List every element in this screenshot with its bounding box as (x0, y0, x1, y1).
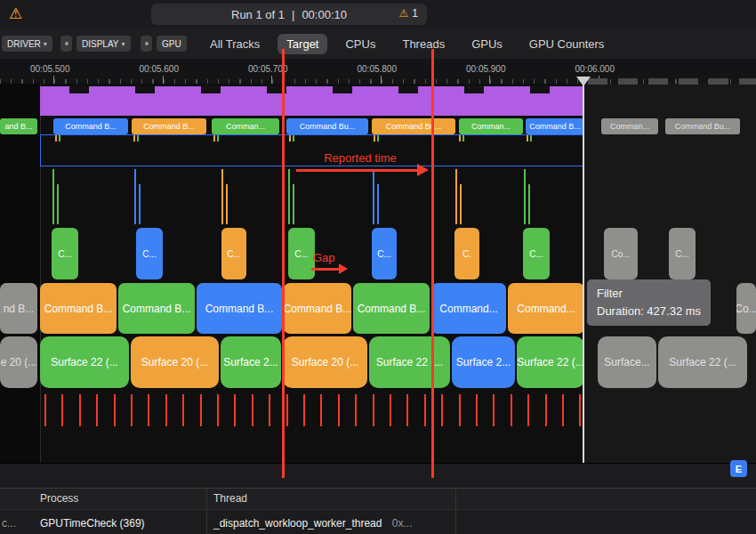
tab-cpus[interactable]: CPUs (336, 34, 384, 54)
surface-block[interactable]: Surface 2... (221, 336, 281, 388)
playhead-handle[interactable] (576, 77, 591, 86)
command-buffer-segment[interactable]: Comman... (212, 118, 279, 134)
run-status-pill[interactable]: Run 1 of 1 | 00:00:10 ⚠ 1 (151, 4, 427, 25)
vsync-tick (44, 394, 46, 426)
tab-threads[interactable]: Threads (393, 34, 454, 54)
encoder-block[interactable]: C... (221, 228, 246, 279)
dot-icon (65, 42, 68, 45)
surface-block[interactable]: e 20 (... (0, 336, 37, 388)
driver-dropdown[interactable]: DRIVER ▾ (2, 36, 52, 52)
surface-block[interactable]: Surface 22 (... (517, 336, 584, 388)
reported-time-label: Reported time (294, 151, 427, 165)
encoder-tick (373, 169, 374, 224)
ruler-major-tick (489, 76, 490, 84)
reported-time-arrowhead-icon (417, 164, 429, 176)
command-buffer-segment[interactable]: Comman... (601, 118, 658, 134)
playhead-line (583, 78, 584, 463)
surface-block[interactable]: Surface 22 (... (40, 336, 129, 388)
column-header-thread[interactable]: Thread (213, 492, 247, 505)
encoder-tick (524, 169, 526, 224)
vsync-tick (579, 394, 581, 426)
warning-count: 1 (412, 7, 418, 20)
toolbar: DRIVER ▾ DISPLAY ▾ GPU All TracksTargetC… (0, 28, 756, 60)
encoder-tick (288, 169, 290, 224)
vsync-tick (527, 394, 529, 426)
display-extra-button[interactable] (141, 36, 152, 52)
command-buffer-block[interactable]: Command B... (197, 283, 282, 334)
ruler-major-tick (53, 76, 54, 84)
encoder-block[interactable]: C... (288, 228, 315, 279)
command-buffer-segment[interactable]: Comman... (459, 118, 523, 134)
encoder-block[interactable]: C... (669, 228, 696, 279)
column-header-process[interactable]: Process (40, 492, 78, 505)
surface-block[interactable]: Surface 22 (... (658, 336, 747, 388)
command-buffer-segment[interactable]: Command Bu... (665, 118, 740, 134)
track-tabs: All TracksTargetCPUsThreadsGPUsGPU Count… (201, 28, 613, 59)
command-buffer-block[interactable]: Co... (736, 283, 756, 334)
thread-cell[interactable]: _dispatch_workloop_worker_thread 0x... (213, 517, 412, 530)
vsync-tick (303, 394, 305, 426)
e-badge[interactable]: E (730, 460, 747, 477)
surface-block[interactable]: Surface 20 (... (283, 336, 367, 388)
vsync-tick (165, 394, 167, 426)
ruler-label: 00:05.500 (30, 64, 70, 74)
column-separator[interactable] (206, 488, 207, 534)
vsync-notch (464, 86, 484, 93)
vsync-tick (545, 394, 547, 426)
tab-gpus[interactable]: GPUs (462, 34, 511, 54)
command-buffer-segment[interactable]: and B... (0, 118, 37, 134)
command-buffer-block[interactable]: Command B... (284, 283, 351, 334)
surface-block[interactable]: Surface 22 (... (369, 336, 450, 388)
command-buffer-block[interactable]: Command B... (40, 283, 117, 334)
vsync-tick (338, 394, 340, 426)
vsync-tick (424, 394, 426, 426)
command-buffer-segment[interactable]: Command B... (526, 118, 584, 134)
tab-all-tracks[interactable]: All Tracks (201, 34, 269, 54)
annotation-line-right (431, 49, 434, 478)
encoder-block[interactable]: C... (52, 228, 78, 279)
thread-address: 0x... (392, 517, 413, 530)
warning-count-badge[interactable]: ⚠ 1 (399, 7, 418, 20)
command-buffer-block[interactable]: Command... (431, 283, 506, 334)
encoder-tick (460, 184, 462, 224)
display-dropdown[interactable]: DISPLAY ▾ (76, 36, 131, 52)
vsync-tick (355, 394, 357, 426)
encoder-block[interactable]: C. (454, 228, 479, 279)
command-buffer-segment[interactable]: Command Bu... (372, 118, 455, 134)
command-buffer-segment[interactable]: Command Bu... (286, 118, 368, 134)
command-buffer-block[interactable]: nd B... (0, 283, 37, 334)
command-buffer-segment[interactable]: Command B... (53, 118, 128, 134)
track-gutter (0, 84, 41, 463)
command-buffer-segment[interactable]: Command B... (132, 118, 206, 134)
command-buffer-block[interactable]: Command B... (353, 283, 430, 334)
display-vsync-track[interactable] (40, 86, 584, 116)
warning-icon[interactable]: ⚠ (9, 4, 22, 24)
vsync-tick (61, 394, 63, 426)
chevron-down-icon: ▾ (122, 40, 125, 48)
title-bar: ⚠ Run 1 of 1 | 00:00:10 ⚠ 1 (0, 0, 756, 28)
column-separator[interactable] (455, 488, 456, 534)
ruler-major-tick (163, 76, 164, 84)
surface-block[interactable]: Surface 20 (... (131, 336, 219, 388)
encoder-block[interactable]: C... (372, 228, 397, 279)
thread-name: _dispatch_workloop_worker_thread (213, 517, 382, 530)
tab-target[interactable]: Target (277, 34, 327, 54)
ruler-label: 00:05.900 (466, 64, 506, 74)
elapsed-time: 00:00:10 (302, 8, 347, 21)
process-cell[interactable]: GPUTimeCheck (369) (40, 517, 145, 530)
vsync-tick (114, 394, 116, 426)
encoder-block[interactable]: C... (136, 228, 163, 279)
encoder-block[interactable]: Co... (604, 228, 638, 279)
vsync-tick (390, 394, 391, 426)
command-buffer-block[interactable]: Command B... (118, 283, 195, 334)
encoder-block[interactable]: C... (523, 228, 550, 279)
surface-block[interactable]: Surface 2... (452, 336, 515, 388)
annotation-line-left (282, 49, 285, 478)
surface-block[interactable]: Surface... (598, 336, 656, 388)
instruments-window: ⚠ Run 1 of 1 | 00:00:10 ⚠ 1 DRIVER ▾ DIS… (0, 0, 756, 534)
gpu-button[interactable]: GPU (157, 36, 187, 52)
tab-gpu-counters[interactable]: GPU Counters (520, 34, 614, 54)
driver-extra-button[interactable] (60, 36, 72, 52)
command-buffer-block[interactable]: Command... (508, 283, 584, 334)
dot-icon (145, 42, 149, 45)
